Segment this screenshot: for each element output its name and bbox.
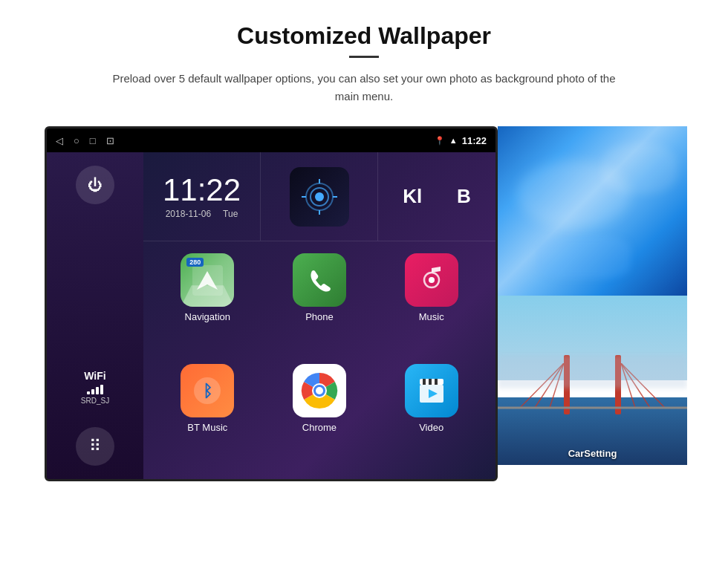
wifi-block: WiFi SRD_SJ (81, 370, 109, 405)
clock-date: 2018-11-06 Tue (166, 209, 238, 219)
status-bar: ◁ ○ □ ⊡ 📍 ▲ 11:22 (47, 128, 495, 152)
app-navigation[interactable]: 280 Navigation (155, 253, 260, 357)
signal-widget (290, 167, 349, 227)
screen-body: ⏻ WiFi SRD_SJ ⠿ (47, 152, 495, 479)
video-icon (405, 364, 458, 417)
signal-icon: ▲ (449, 136, 458, 145)
apps-grid-button[interactable]: ⠿ (76, 427, 114, 466)
svg-point-9 (429, 277, 435, 283)
svg-text:ᛒ: ᛒ (203, 382, 212, 400)
signal-svg (301, 178, 338, 215)
navigation-label: Navigation (185, 311, 230, 322)
wifi-label: WiFi (84, 370, 105, 382)
ki-letter: Kl (403, 185, 422, 208)
chrome-icon (293, 364, 346, 417)
chrome-label: Chrome (302, 422, 337, 433)
video-svg (415, 374, 448, 407)
clock-time: 11:22 (163, 175, 241, 206)
widget-section (261, 152, 378, 241)
nav-image-icon[interactable]: ⊡ (106, 135, 114, 146)
nav-home-icon[interactable]: ○ (74, 135, 79, 146)
nav-badge: 280 (186, 258, 204, 267)
title-divider (349, 56, 379, 58)
nav-road (181, 285, 234, 307)
wifi-network: SRD_SJ (81, 397, 109, 405)
app-video[interactable]: Video (379, 364, 484, 467)
wifi-bar-3 (96, 387, 99, 394)
day-value: Tue (223, 209, 238, 219)
svg-rect-19 (435, 379, 438, 385)
status-right: 📍 ▲ 11:22 (435, 135, 487, 146)
wallpaper-blue-ice[interactable] (498, 126, 687, 296)
app-btmusic[interactable]: ᛒ BT Music (155, 364, 260, 467)
app-phone[interactable]: Phone (267, 253, 372, 357)
main-content: ◁ ○ □ ⊡ 📍 ▲ 11:22 ⏻ WiFi (45, 126, 683, 481)
wifi-bar-4 (100, 385, 103, 394)
svg-point-2 (315, 192, 324, 201)
phone-svg (305, 265, 334, 295)
page-title: Customized Wallpaper (237, 22, 491, 50)
screen-main: 11:22 2018-11-06 Tue (143, 152, 495, 479)
clock-section: 11:22 2018-11-06 Tue (143, 152, 261, 241)
nav-buttons: ◁ ○ □ ⊡ (56, 135, 114, 146)
navigation-icon: 280 (181, 253, 234, 307)
svg-point-15 (316, 387, 323, 394)
nav-square-icon[interactable]: □ (90, 135, 96, 146)
b-letter: B (457, 185, 471, 208)
status-time: 11:22 (462, 135, 487, 146)
location-icon: 📍 (435, 136, 445, 146)
wallpaper-panel: CarSetting (498, 126, 687, 465)
svg-rect-18 (429, 379, 432, 385)
top-info-row: 11:22 2018-11-06 Tue (143, 152, 495, 241)
app-music[interactable]: Music (379, 253, 484, 357)
phone-label: Phone (305, 311, 334, 322)
wifi-bars (87, 384, 103, 394)
music-label: Music (419, 311, 444, 322)
chrome-svg (299, 371, 339, 411)
wallpaper-bridge[interactable]: CarSetting (498, 296, 687, 465)
power-button[interactable]: ⏻ (76, 166, 114, 204)
wifi-bar-1 (87, 391, 90, 394)
phone-icon (293, 253, 346, 307)
device-frame: ◁ ○ □ ⊡ 📍 ▲ 11:22 ⏻ WiFi (45, 126, 498, 481)
wifi-bar-2 (91, 389, 94, 394)
nav-back-icon[interactable]: ◁ (56, 135, 63, 146)
sidebar: ⏻ WiFi SRD_SJ ⠿ (47, 152, 143, 479)
svg-rect-17 (423, 379, 426, 385)
btmusic-label: BT Music (187, 422, 227, 433)
date-value: 2018-11-06 (166, 209, 211, 219)
carsetting-label: CarSetting (498, 448, 687, 459)
music-letters: Kl B (378, 152, 495, 241)
app-chrome[interactable]: Chrome (267, 364, 372, 467)
btmusic-icon: ᛒ (181, 364, 234, 417)
page-description: Preload over 5 default wallpaper options… (104, 70, 624, 105)
video-label: Video (419, 422, 443, 433)
music-svg (415, 264, 448, 296)
bt-svg: ᛒ (191, 374, 224, 407)
app-grid: 280 Navigation (143, 241, 495, 479)
music-icon (405, 253, 458, 307)
